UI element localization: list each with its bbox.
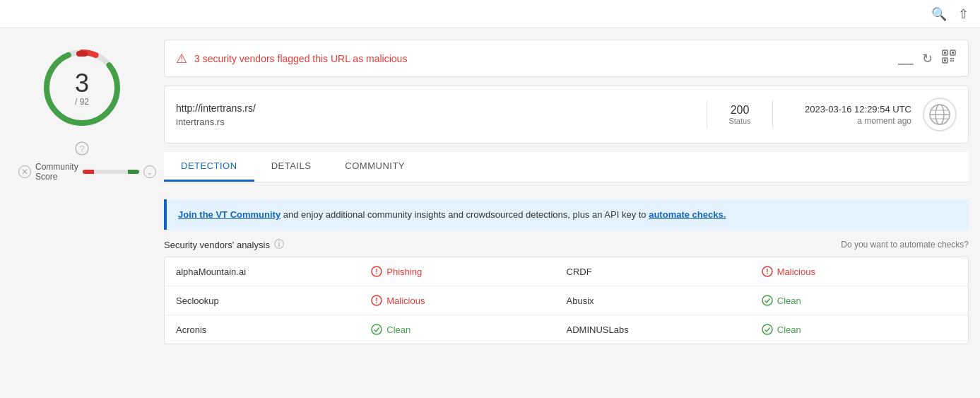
top-bar: 🔍 ⇧ (0, 0, 980, 28)
svg-rect-13 (950, 60, 952, 62)
svg-rect-9 (952, 52, 954, 54)
upload-icon[interactable]: ⇧ (958, 6, 969, 22)
community-score-check-btn[interactable]: ⌄ (143, 165, 156, 178)
url-subdomain: intertrans.rs (176, 117, 695, 127)
community-score-bar-visual (83, 170, 139, 174)
svg-text:!: ! (766, 268, 768, 276)
svg-rect-8 (944, 52, 946, 54)
score-circle: 3 / 92 (40, 45, 124, 130)
security-title-text: Security vendors' analysis (164, 240, 270, 250)
security-analysis-header: Security vendors' analysis ⓘ Do you want… (164, 238, 969, 251)
vendor-name: Acronis (176, 324, 371, 335)
vendor-row: alphaMountain.ai ! Phishing CRDF (165, 257, 968, 286)
alert-left: ⚠ 3 security vendors flagged this URL as… (176, 51, 407, 66)
url-divider-2 (772, 100, 773, 129)
community-score-bar: ✕ Community Score ⌄ (18, 162, 146, 182)
left-panel: 3 / 92 ? ✕ Community Score ⌄ (11, 40, 153, 344)
svg-point-26 (762, 295, 772, 305)
score-total: / 92 (75, 97, 89, 106)
tab-community[interactable]: COMMUNITY (328, 152, 422, 182)
score-center: 3 / 92 (75, 69, 89, 107)
main-container: 3 / 92 ? ✕ Community Score ⌄ (0, 28, 980, 356)
svg-point-27 (372, 324, 382, 334)
page-wrapper: 🔍 ⇧ 3 / 92 (0, 0, 980, 398)
url-status-label: Status (719, 117, 761, 125)
join-vt-community-link[interactable]: Join the VT Community (178, 209, 281, 220)
url-time-ago: a moment ago (784, 116, 911, 126)
help-icon[interactable]: ? (75, 141, 89, 159)
vendor-result-clean: Clean (762, 295, 957, 306)
security-title: Security vendors' analysis ⓘ (164, 238, 284, 251)
clean-icon (371, 324, 382, 335)
svg-text:?: ? (79, 144, 84, 154)
vendor-result-clean: Clean (762, 324, 957, 335)
automate-checks-link[interactable]: automate checks. (649, 209, 726, 220)
alert-box: ⚠ 3 security vendors flagged this URL as… (164, 40, 969, 77)
url-main: http://intertrans.rs/ (176, 103, 695, 114)
url-time-utc: 2023-03-16 12:29:54 UTC (784, 104, 911, 115)
phishing-icon: ! (371, 266, 382, 277)
alert-text: 3 security vendors flagged this URL as m… (194, 53, 407, 64)
vendors-table: alphaMountain.ai ! Phishing CRDF (164, 257, 969, 344)
refresh-icon[interactable]: ↻ (922, 51, 933, 66)
svg-rect-10 (944, 59, 946, 62)
malicious-icon: ! (762, 266, 773, 277)
svg-rect-14 (952, 60, 954, 62)
vendor-row: Seclookup ! Malicious Abusix (165, 286, 968, 315)
join-banner-text-middle: and enjoy additional community insights … (281, 209, 649, 220)
search-icon[interactable]: 🔍 (931, 6, 947, 22)
score-number: 3 (75, 69, 89, 98)
svg-text:!: ! (376, 268, 378, 276)
globe-icon (923, 98, 957, 131)
vendor-name-2: Abusix (567, 295, 762, 306)
url-details: http://intertrans.rs/ intertrans.rs (176, 103, 695, 127)
automate-checks-text: Do you want to automate checks? (841, 240, 969, 250)
vendor-row: Acronis Clean ADMINUSLabs (165, 315, 968, 344)
community-score-remove-btn[interactable]: ✕ (18, 165, 31, 178)
vendor-result-malicious: ! Malicious (762, 266, 957, 277)
score-indicator-dot (76, 51, 88, 57)
info-icon[interactable]: ⓘ (274, 238, 284, 251)
url-info-box: http://intertrans.rs/ intertrans.rs 200 … (164, 86, 969, 144)
right-panel: ⚠ 3 security vendors flagged this URL as… (164, 40, 969, 344)
url-status-code: 200 (719, 104, 761, 117)
join-banner: Join the VT Community and enjoy addition… (164, 199, 969, 230)
alert-warning-icon: ⚠ (176, 51, 187, 66)
vendor-result-clean: Clean (371, 324, 566, 335)
malicious-icon: ! (371, 295, 382, 306)
svg-rect-12 (952, 58, 954, 59)
qr-icon[interactable] (941, 49, 957, 68)
detection-content: Join the VT Community and enjoy addition… (164, 191, 969, 344)
svg-point-28 (762, 324, 772, 334)
url-time: 2023-03-16 12:29:54 UTC a moment ago (784, 104, 911, 126)
svg-text:!: ! (376, 297, 378, 305)
alert-actions: ⎯⎯ ↻ (898, 49, 957, 68)
svg-rect-11 (950, 58, 952, 59)
url-divider (707, 100, 707, 129)
tab-details[interactable]: DETAILS (254, 152, 329, 182)
vendor-name: alphaMountain.ai (176, 267, 371, 277)
vendor-result-phishing: ! Phishing (371, 266, 566, 277)
vendor-name: Seclookup (176, 295, 371, 306)
community-score-label: Community Score (35, 162, 78, 182)
vendor-name-2: CRDF (567, 267, 762, 277)
tab-detection[interactable]: DETECTION (164, 152, 254, 182)
clean-icon (762, 324, 773, 335)
tabs-container: DETECTION DETAILS COMMUNITY (164, 152, 969, 182)
compare-icon[interactable]: ⎯⎯ (898, 51, 914, 66)
vendor-result-malicious: ! Malicious (371, 295, 566, 306)
clean-icon (762, 295, 773, 306)
vendor-name-2: ADMINUSLabs (567, 324, 762, 335)
url-status: 200 Status (719, 104, 761, 125)
